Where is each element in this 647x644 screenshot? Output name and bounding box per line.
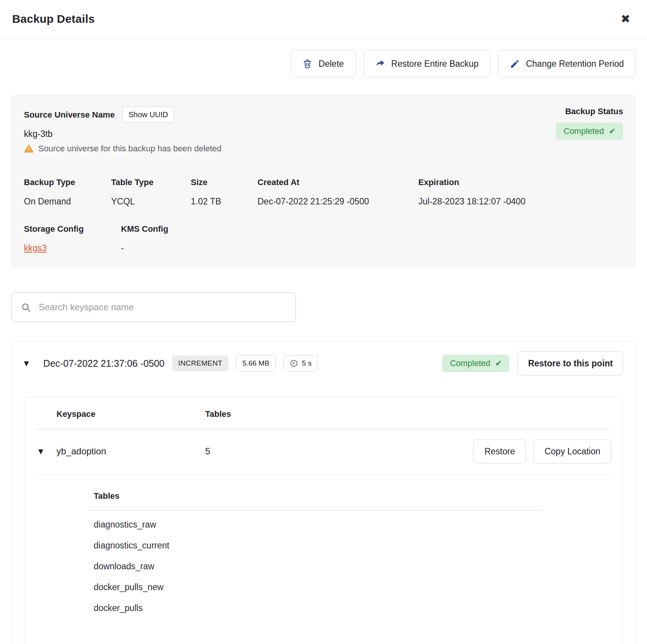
forward-arrow-icon — [375, 59, 385, 69]
universe-name: kkg-3tb — [24, 129, 221, 139]
show-uuid-button[interactable]: Show UUID — [122, 107, 174, 123]
restore-button[interactable]: Restore — [473, 439, 526, 463]
field-backup-type: Backup Type On Demand — [24, 177, 111, 207]
chevron-down-icon[interactable]: ▼ — [38, 448, 57, 455]
delete-button[interactable]: Delete — [291, 50, 355, 77]
table-list-item: diagnostics_raw — [88, 514, 543, 535]
copy-location-button[interactable]: Copy Location — [534, 439, 611, 463]
keyspace-table: Keyspace Tables ▼ yb_adoption 5 Restore … — [24, 397, 623, 644]
field-storage-config: Storage Config kkgs3 — [24, 224, 121, 253]
search-box[interactable] — [11, 292, 296, 322]
table-list-item: downloads_raw — [88, 556, 543, 577]
increment-card: ▼ Dec-07-2022 21:37:06 -0500 INCREMENT 5… — [11, 341, 636, 644]
field-expiration: Expiration Jul-28-2023 18:12:07 -0400 — [418, 177, 623, 207]
divider — [88, 510, 543, 510]
increment-duration-chip: 5 s — [283, 355, 318, 372]
clock-icon — [290, 359, 298, 368]
field-table-type: Table Type YCQL — [111, 177, 191, 207]
increment-type-chip: INCREMENT — [172, 355, 229, 371]
search-row — [11, 292, 636, 322]
warning-text: Source universe for this backup has been… — [38, 144, 221, 154]
chevron-down-icon[interactable]: ▼ — [24, 360, 29, 367]
restore-entire-backup-label: Restore Entire Backup — [391, 59, 479, 69]
table-list-item: docker_pulls — [88, 598, 543, 619]
field-kms-config: KMS Config - — [121, 224, 623, 253]
increment-duration-text: 5 s — [302, 359, 311, 368]
trash-icon — [302, 59, 313, 69]
increment-status-badge: Completed ✔ — [442, 355, 509, 372]
tables-sublist-header: Tables — [88, 491, 543, 501]
check-icon: ✔ — [495, 359, 502, 368]
field-size: Size 1.02 TB — [191, 177, 258, 207]
search-input[interactable] — [38, 302, 286, 313]
backup-status-label: Backup Status — [556, 107, 623, 116]
table-list-item: diagnostics_current — [88, 535, 543, 556]
delete-button-label: Delete — [319, 59, 344, 69]
keyspace-row[interactable]: ▼ yb_adoption 5 Restore Copy Location — [24, 429, 623, 474]
search-icon — [21, 302, 31, 313]
source-universe-label: Source Universe Name — [24, 110, 115, 120]
warning-icon — [24, 144, 34, 154]
summary-panel: Source Universe Name Show UUID kkg-3tb S… — [11, 95, 636, 268]
storage-config-link[interactable]: kkgs3 — [24, 243, 47, 253]
pencil-icon — [510, 59, 520, 69]
check-icon: ✔ — [609, 127, 616, 136]
change-retention-label: Change Retention Period — [526, 59, 624, 69]
modal-header: Backup Details ✖ — [0, 0, 647, 38]
close-icon[interactable]: ✖ — [619, 12, 632, 26]
change-retention-button[interactable]: Change Retention Period — [498, 50, 636, 77]
increment-timestamp: Dec-07-2022 21:37:06 -0500 — [43, 358, 165, 369]
keyspace-table-header: Keyspace Tables — [24, 409, 623, 419]
divider — [36, 474, 611, 474]
keyspace-table-count: 5 — [205, 446, 473, 457]
toolbar: Delete Restore Entire Backup Change Rete… — [0, 38, 647, 77]
keyspace-name: yb_adoption — [57, 446, 205, 457]
table-list-item: docker_pulls_new — [88, 577, 543, 598]
field-created-at: Created At Dec-07-2022 21:25:29 -0500 — [258, 177, 418, 207]
restore-entire-backup-button[interactable]: Restore Entire Backup — [363, 50, 490, 77]
tables-column-header: Tables — [205, 409, 611, 419]
increment-header-row[interactable]: ▼ Dec-07-2022 21:37:06 -0500 INCREMENT 5… — [24, 351, 623, 375]
status-badge-text: Completed — [564, 126, 604, 136]
status-badge: Completed ✔ — [556, 123, 623, 140]
increment-size-chip: 5.66 MB — [236, 355, 276, 372]
tables-sublist: Tables diagnostics_raw diagnostics_curre… — [88, 491, 543, 619]
increment-status-text: Completed — [450, 358, 490, 368]
page-title: Backup Details — [12, 13, 95, 25]
keyspace-column-header: Keyspace — [57, 409, 205, 419]
restore-to-this-point-button[interactable]: Restore to this point — [518, 351, 623, 375]
